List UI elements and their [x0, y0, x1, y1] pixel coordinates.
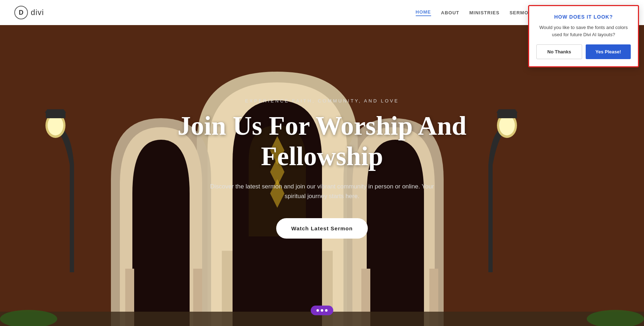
hero-subtitle: Discover the latest sermon and join our …: [200, 182, 444, 201]
hero-title: Join Us for Worship and Fellowship: [161, 111, 483, 172]
hero-eyebrow: EXPERIENCE FAITH, COMMUNITY, AND LOVE: [245, 98, 399, 104]
svg-rect-20: [497, 113, 517, 118]
dot-2: [321, 309, 323, 312]
svg-marker-21: [496, 109, 518, 113]
logo-text: divi: [31, 8, 44, 17]
logo-icon: D: [14, 6, 28, 19]
popup-buttons: No Thanks Yes Please!: [536, 44, 631, 59]
nav-home[interactable]: HOME: [416, 9, 431, 16]
svg-rect-12: [70, 165, 74, 272]
save-prompt-popup: HOW DOES IT LOOK? Would you like to save…: [528, 5, 639, 67]
svg-point-14: [48, 115, 63, 135]
slide-dots[interactable]: [311, 306, 333, 315]
nav-about[interactable]: ABOUT: [441, 10, 459, 15]
yes-please-button[interactable]: Yes Please!: [586, 44, 631, 59]
watch-sermon-button[interactable]: Watch Latest Sermon: [276, 218, 368, 239]
svg-point-19: [499, 115, 515, 135]
dot-1: [317, 309, 319, 312]
dot-3: [325, 309, 328, 312]
hero-content: EXPERIENCE FAITH, COMMUNITY, AND LOVE Jo…: [161, 98, 483, 239]
logo-link[interactable]: D divi: [14, 6, 44, 19]
popup-title: HOW DOES IT LOOK?: [536, 14, 631, 20]
svg-rect-15: [46, 113, 65, 118]
nav-ministries[interactable]: MINISTRIES: [469, 10, 499, 15]
svg-rect-17: [488, 165, 493, 272]
no-thanks-button[interactable]: No Thanks: [536, 44, 582, 59]
svg-marker-16: [45, 109, 66, 113]
popup-body: Would you like to save the fonts and col…: [536, 24, 631, 38]
